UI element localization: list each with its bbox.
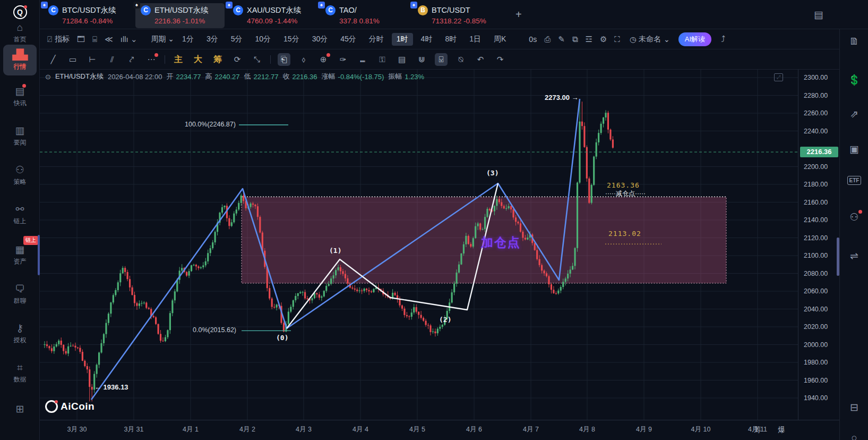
sidebar-item-more[interactable]: ⊞ — [2, 403, 38, 416]
filter-tool[interactable]: ⍌ — [435, 53, 448, 66]
timeframe-45分[interactable]: 45分 — [336, 33, 361, 46]
object-tree-icon[interactable]: ☲ — [585, 35, 592, 44]
monitor-chart-icon[interactable]: ▣ — [840, 143, 868, 155]
rectangle-tool[interactable]: ▭ — [66, 53, 79, 66]
timeframe-4时[interactable]: 4时 — [416, 33, 437, 46]
search-half-icon[interactable]: ○ — [840, 432, 868, 440]
lock-tool[interactable]: ⚿ — [376, 53, 389, 66]
arrow-line-tool[interactable]: ⤤ — [125, 53, 138, 66]
timeframe-8时[interactable]: 8时 — [440, 33, 461, 46]
aicoin-logo[interactable]: Q — [0, 5, 40, 19]
magnet-tool[interactable]: ⋓ — [415, 53, 428, 66]
pattern-tool[interactable]: ⑉ — [356, 53, 369, 66]
main-chart-toggle[interactable]: 主 — [172, 53, 185, 66]
dollar-report-icon[interactable]: 💲 — [840, 74, 868, 86]
ticker-tab-2[interactable]: ♠CETH/USDT永续2216.36 -1.01% — [135, 3, 225, 28]
layout-name-dropdown[interactable]: ◷未命名⌄ — [630, 35, 670, 44]
large-view-toggle[interactable]: 大 — [192, 53, 204, 66]
ticker-tab-4[interactable]: ♠CTAO/337.8 0.81% — [320, 3, 409, 28]
camera-icon[interactable]: ⎙ — [544, 35, 551, 44]
timeframe-10分[interactable]: 10分 — [251, 33, 276, 46]
drawing-toolbar: ╱▭⊢⫽⤤⋯主大筹⟳⤡⎗⬨⊕✑⑉⚿▤⋓⍌⍉↶↷ — [40, 49, 839, 70]
zoom-in-tool[interactable]: ⊕ — [317, 53, 330, 66]
sidebar-item-market[interactable]: ▟▙行情 — [3, 45, 37, 75]
horizontal-line-tool[interactable]: ⊢ — [86, 53, 99, 66]
timeframe-5分[interactable]: 5分 — [226, 33, 247, 46]
sidebar-item-home[interactable]: ⌂首页 — [2, 21, 38, 44]
share-icon[interactable]: ⤴ — [721, 35, 725, 44]
ai-analysis-button[interactable]: AI解读 — [678, 32, 711, 46]
groupchat-icon: 🗨 — [15, 283, 25, 295]
aicoin-trading-app: Q 链上 ⌂首页▟▙行情▤快讯▥要闻⚇策略⚯链上▦资产🗨群聊⚷授权⌗数据⊞ ♠C… — [0, 0, 868, 440]
timeframe-15分[interactable]: 15分 — [279, 33, 304, 46]
add-ticker-button[interactable]: + — [515, 9, 522, 21]
price-tick: 2000.00 — [804, 341, 837, 349]
parallel-channel-tool[interactable]: ⫽ — [106, 53, 118, 66]
ai-robot-icon[interactable]: ⚇ — [840, 211, 868, 223]
timeframe-分时[interactable]: 分时 — [364, 33, 389, 46]
doc-icon[interactable]: 🗎 — [840, 36, 868, 47]
headlines-icon: ▥ — [15, 124, 25, 137]
notes-tool[interactable]: ▤ — [396, 53, 408, 66]
timeframe-3分[interactable]: 3分 — [202, 33, 223, 46]
sidebar-edge-handle[interactable] — [38, 235, 40, 275]
sidebar-item-strategy[interactable]: ⚇策略 — [2, 164, 38, 187]
timeframe-周K[interactable]: 周K — [489, 33, 511, 46]
fullscreen-icon[interactable]: ⛶ — [614, 35, 620, 44]
sidebar-item-headlines[interactable]: ▥要闻 — [2, 124, 38, 147]
collapse-chevron-icon[interactable]: ⊙ — [45, 73, 51, 81]
time-axis[interactable]: 筹 爆 3月 303月 314月 14月 24月 34月 44月 54月 64月… — [40, 420, 839, 440]
timeframe-1分[interactable]: 1分 — [177, 33, 199, 46]
legend-label: 开 — [167, 72, 174, 81]
delete-tool[interactable]: ⍉ — [454, 53, 467, 66]
brush-tool[interactable]: ✑ — [337, 53, 349, 66]
draw-icon[interactable]: ✎ — [558, 35, 565, 44]
indicator-button[interactable]: 指标 — [55, 35, 70, 44]
trend-line-tool[interactable]: ╱ — [47, 53, 59, 66]
redo-button[interactable]: ↷ — [494, 53, 506, 66]
rewind-icon[interactable]: ≪ — [105, 35, 113, 44]
timeframe-1日[interactable]: 1日 — [465, 33, 486, 46]
bookmark-tool[interactable]: ⎗ — [278, 53, 290, 66]
price-tick: 2300.00 — [804, 74, 837, 81]
candlestick-chart-area[interactable]: ⊙ETH/USDT永续2026-04-08 22:00开2234.77高2240… — [40, 70, 798, 420]
aicoin-logo-icon: Q — [13, 5, 27, 19]
sidebar-item-authorize[interactable]: ⚷授权 — [2, 322, 38, 345]
ticker-price-change: 71318.22 -0.85% — [432, 17, 499, 25]
price-tick: 2120.00 — [804, 234, 837, 242]
more-tools[interactable]: ⋯ — [145, 53, 158, 66]
etf-icon[interactable]: ETF — [847, 176, 861, 185]
onchain-floating-tag[interactable]: 链上 — [23, 236, 38, 245]
notification-dot — [858, 210, 862, 214]
trend-up-icon[interactable]: ⇗ — [840, 108, 868, 120]
compare-icon[interactable]: ⌸ — [92, 35, 97, 44]
period-dropdown[interactable]: 周期 ⌄ — [151, 35, 174, 44]
exchange-arrows-icon[interactable]: ⇌ — [840, 250, 868, 262]
sidebar-item-data[interactable]: ⌗数据 — [2, 361, 38, 384]
legend-value: 2212.77 — [254, 73, 279, 81]
eraser-tool[interactable]: ⬨ — [297, 53, 310, 66]
chip-dist-toggle[interactable]: 筹 — [211, 53, 224, 66]
replay-box-icon[interactable]: ⟳ — [231, 53, 244, 66]
panel-layout-icon[interactable]: ▤ — [814, 9, 823, 21]
indicator-chart-icon[interactable]: ⍁ — [47, 35, 52, 44]
timeframe-30分[interactable]: 30分 — [307, 33, 333, 46]
ticker-tab-5[interactable]: ♠BBTC/USDT71318.22 -0.85% — [412, 3, 502, 28]
layout-panel-icon[interactable]: ⊟ — [840, 401, 868, 413]
sidebar-item-groupchat[interactable]: 🗨群聊 — [2, 283, 38, 306]
polyline-measure-icon[interactable]: ⤡ — [251, 53, 263, 66]
price-axis[interactable]: 2300.002280.002260.002240.002200.002180.… — [798, 70, 839, 420]
sidebar-item-assets[interactable]: ▦资产 — [2, 243, 38, 266]
sidebar-item-onchain[interactable]: ⚯链上 — [2, 203, 38, 226]
undo-button[interactable]: ↶ — [474, 53, 487, 66]
volume-style-icon[interactable]: ıllı ⌄ — [121, 35, 137, 44]
new-window-icon[interactable]: ⧉ — [572, 35, 578, 44]
ticker-tab-3[interactable]: ♠CXAU/USDT永续4760.09 -1.44% — [228, 3, 317, 28]
settings-gear-icon[interactable]: ⚙ — [600, 35, 607, 44]
restore-scale-icon[interactable]: ⤢ — [774, 73, 783, 81]
replay-icon[interactable]: 🗔 — [77, 35, 85, 44]
sidebar-item-news[interactable]: ▤快讯 — [2, 85, 38, 108]
sidebar-item-label: 群聊 — [2, 297, 38, 306]
timeframe-1时[interactable]: 1时 — [392, 33, 413, 46]
ticker-tab-1[interactable]: ♠CBTC/USDT永续71284.6 -0.84% — [43, 3, 132, 28]
